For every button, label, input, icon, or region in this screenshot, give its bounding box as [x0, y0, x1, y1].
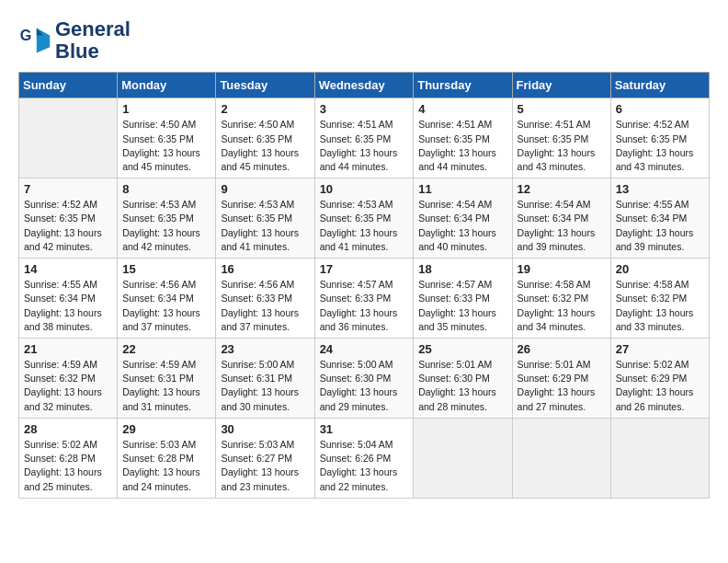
day-info: Sunrise: 4:51 AM Sunset: 6:35 PM Dayligh…	[320, 118, 409, 174]
day-number: 19	[518, 262, 606, 276]
day-number: 8	[122, 182, 210, 196]
day-info: Sunrise: 4:51 AM Sunset: 6:35 PM Dayligh…	[518, 118, 606, 174]
calendar-cell: 11Sunrise: 4:54 AM Sunset: 6:34 PM Dayli…	[414, 178, 512, 259]
calendar-cell: 3Sunrise: 4:51 AM Sunset: 6:35 PM Daylig…	[314, 98, 414, 178]
day-number: 15	[122, 262, 210, 276]
day-info: Sunrise: 4:50 AM Sunset: 6:35 PM Dayligh…	[221, 118, 309, 174]
day-number: 20	[616, 262, 704, 276]
day-info: Sunrise: 4:53 AM Sunset: 6:35 PM Dayligh…	[221, 198, 309, 254]
page-header: G General Blue	[18, 18, 710, 63]
calendar-cell: 13Sunrise: 4:55 AM Sunset: 6:34 PM Dayli…	[610, 178, 709, 259]
day-info: Sunrise: 4:59 AM Sunset: 6:31 PM Dayligh…	[122, 358, 210, 414]
calendar-cell: 25Sunrise: 5:01 AM Sunset: 6:30 PM Dayli…	[414, 339, 512, 419]
day-number: 23	[221, 342, 309, 356]
calendar-cell: 17Sunrise: 4:57 AM Sunset: 6:33 PM Dayli…	[314, 259, 414, 339]
calendar-cell: 15Sunrise: 4:56 AM Sunset: 6:34 PM Dayli…	[118, 259, 216, 339]
calendar-cell: 27Sunrise: 5:02 AM Sunset: 6:29 PM Dayli…	[610, 339, 709, 419]
day-info: Sunrise: 4:57 AM Sunset: 6:33 PM Dayligh…	[418, 278, 506, 334]
calendar-header: SundayMondayTuesdayWednesdayThursdayFrid…	[19, 73, 710, 98]
day-number: 31	[320, 422, 409, 436]
calendar-cell: 29Sunrise: 5:03 AM Sunset: 6:28 PM Dayli…	[118, 418, 216, 498]
day-number: 3	[320, 102, 409, 116]
day-number: 4	[418, 102, 506, 116]
day-number: 11	[418, 182, 506, 196]
calendar-cell: 12Sunrise: 4:54 AM Sunset: 6:34 PM Dayli…	[512, 178, 610, 259]
week-row-5: 28Sunrise: 5:02 AM Sunset: 6:28 PM Dayli…	[19, 418, 710, 498]
calendar-cell: 19Sunrise: 4:58 AM Sunset: 6:32 PM Dayli…	[512, 259, 610, 339]
calendar-cell: 1Sunrise: 4:50 AM Sunset: 6:35 PM Daylig…	[118, 98, 216, 178]
day-info: Sunrise: 4:56 AM Sunset: 6:33 PM Dayligh…	[221, 278, 309, 334]
day-number: 28	[24, 422, 112, 436]
day-info: Sunrise: 4:54 AM Sunset: 6:34 PM Dayligh…	[518, 198, 606, 254]
day-number: 7	[24, 182, 112, 196]
calendar-cell	[610, 418, 709, 498]
day-number: 24	[320, 342, 409, 356]
column-header-sunday: Sunday	[19, 73, 118, 98]
day-number: 2	[221, 102, 309, 116]
calendar-body: 1Sunrise: 4:50 AM Sunset: 6:35 PM Daylig…	[19, 98, 710, 498]
calendar-cell: 10Sunrise: 4:53 AM Sunset: 6:35 PM Dayli…	[314, 178, 414, 259]
day-info: Sunrise: 5:01 AM Sunset: 6:29 PM Dayligh…	[518, 358, 606, 414]
calendar-cell	[512, 418, 610, 498]
calendar-cell: 23Sunrise: 5:00 AM Sunset: 6:31 PM Dayli…	[216, 339, 314, 419]
calendar-cell: 8Sunrise: 4:53 AM Sunset: 6:35 PM Daylig…	[118, 178, 216, 259]
calendar-cell: 5Sunrise: 4:51 AM Sunset: 6:35 PM Daylig…	[512, 98, 610, 178]
day-info: Sunrise: 4:51 AM Sunset: 6:35 PM Dayligh…	[418, 118, 506, 174]
day-info: Sunrise: 4:58 AM Sunset: 6:32 PM Dayligh…	[616, 278, 704, 334]
day-number: 9	[221, 182, 309, 196]
day-number: 12	[518, 182, 606, 196]
day-number: 6	[616, 102, 704, 116]
calendar-cell: 18Sunrise: 4:57 AM Sunset: 6:33 PM Dayli…	[414, 259, 512, 339]
svg-text:G: G	[20, 27, 32, 43]
calendar-cell: 21Sunrise: 4:59 AM Sunset: 6:32 PM Dayli…	[19, 339, 118, 419]
day-number: 10	[320, 182, 409, 196]
week-row-1: 1Sunrise: 4:50 AM Sunset: 6:35 PM Daylig…	[19, 98, 710, 178]
day-info: Sunrise: 4:52 AM Sunset: 6:35 PM Dayligh…	[24, 198, 112, 254]
column-header-tuesday: Tuesday	[216, 73, 314, 98]
column-header-monday: Monday	[118, 73, 216, 98]
day-number: 27	[616, 342, 704, 356]
day-info: Sunrise: 4:57 AM Sunset: 6:33 PM Dayligh…	[320, 278, 409, 334]
calendar-cell	[19, 98, 118, 178]
day-number: 25	[418, 342, 506, 356]
day-info: Sunrise: 4:54 AM Sunset: 6:34 PM Dayligh…	[418, 198, 506, 254]
day-number: 17	[320, 262, 409, 276]
calendar-cell: 14Sunrise: 4:55 AM Sunset: 6:34 PM Dayli…	[19, 259, 118, 339]
day-number: 26	[518, 342, 606, 356]
calendar-cell: 24Sunrise: 5:00 AM Sunset: 6:30 PM Dayli…	[314, 339, 414, 419]
day-info: Sunrise: 5:03 AM Sunset: 6:27 PM Dayligh…	[221, 438, 309, 494]
day-number: 14	[24, 262, 112, 276]
day-info: Sunrise: 4:53 AM Sunset: 6:35 PM Dayligh…	[122, 198, 210, 254]
day-number: 18	[418, 262, 506, 276]
week-row-3: 14Sunrise: 4:55 AM Sunset: 6:34 PM Dayli…	[19, 259, 710, 339]
column-header-wednesday: Wednesday	[314, 73, 414, 98]
day-number: 5	[518, 102, 606, 116]
calendar-cell: 6Sunrise: 4:52 AM Sunset: 6:35 PM Daylig…	[610, 98, 709, 178]
day-info: Sunrise: 5:04 AM Sunset: 6:26 PM Dayligh…	[320, 438, 409, 494]
calendar-cell: 30Sunrise: 5:03 AM Sunset: 6:27 PM Dayli…	[216, 418, 314, 498]
calendar-table: SundayMondayTuesdayWednesdayThursdayFrid…	[18, 72, 710, 498]
calendar-cell	[414, 418, 512, 498]
day-info: Sunrise: 5:02 AM Sunset: 6:28 PM Dayligh…	[24, 438, 112, 494]
calendar-cell: 26Sunrise: 5:01 AM Sunset: 6:29 PM Dayli…	[512, 339, 610, 419]
day-number: 1	[122, 102, 210, 116]
column-header-thursday: Thursday	[414, 73, 512, 98]
day-info: Sunrise: 4:50 AM Sunset: 6:35 PM Dayligh…	[122, 118, 210, 174]
logo-text: General Blue	[55, 18, 131, 63]
logo-icon: G	[18, 24, 51, 57]
day-number: 16	[221, 262, 309, 276]
calendar-cell: 31Sunrise: 5:04 AM Sunset: 6:26 PM Dayli…	[314, 418, 414, 498]
day-info: Sunrise: 4:53 AM Sunset: 6:35 PM Dayligh…	[320, 198, 409, 254]
day-info: Sunrise: 5:00 AM Sunset: 6:31 PM Dayligh…	[221, 358, 309, 414]
calendar-cell: 20Sunrise: 4:58 AM Sunset: 6:32 PM Dayli…	[610, 259, 709, 339]
week-row-4: 21Sunrise: 4:59 AM Sunset: 6:32 PM Dayli…	[19, 339, 710, 419]
day-info: Sunrise: 5:01 AM Sunset: 6:30 PM Dayligh…	[418, 358, 506, 414]
header-row: SundayMondayTuesdayWednesdayThursdayFrid…	[19, 73, 710, 98]
column-header-friday: Friday	[512, 73, 610, 98]
calendar-cell: 28Sunrise: 5:02 AM Sunset: 6:28 PM Dayli…	[19, 418, 118, 498]
day-info: Sunrise: 4:56 AM Sunset: 6:34 PM Dayligh…	[122, 278, 210, 334]
day-info: Sunrise: 5:03 AM Sunset: 6:28 PM Dayligh…	[122, 438, 210, 494]
logo: G General Blue	[18, 18, 131, 63]
week-row-2: 7Sunrise: 4:52 AM Sunset: 6:35 PM Daylig…	[19, 178, 710, 259]
day-info: Sunrise: 4:59 AM Sunset: 6:32 PM Dayligh…	[24, 358, 112, 414]
